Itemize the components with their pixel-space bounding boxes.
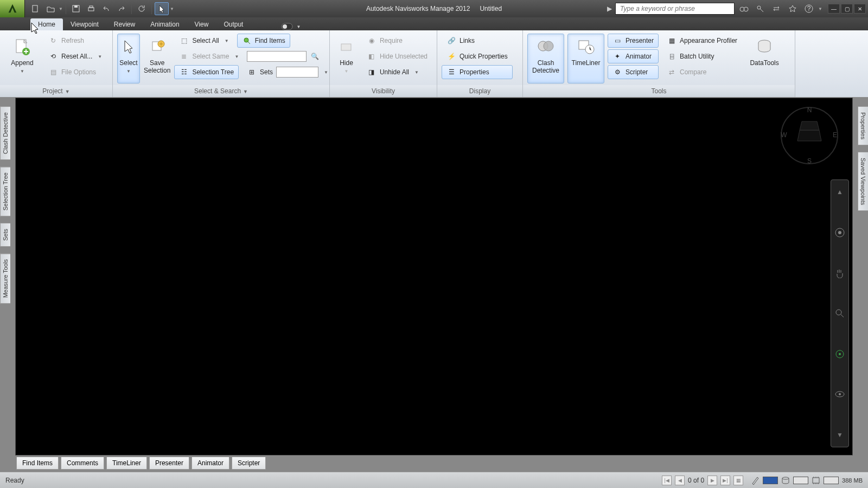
tab-view[interactable]: View xyxy=(187,18,216,30)
memory-icon[interactable] xyxy=(812,476,820,485)
selection-tree-button[interactable]: ☷Selection Tree xyxy=(174,65,239,79)
bottom-tab-presenter[interactable]: Presenter xyxy=(149,457,189,470)
app-menu-button[interactable] xyxy=(0,0,25,17)
select-mode-button[interactable] xyxy=(155,2,169,15)
tab-viewpoint[interactable]: Viewpoint xyxy=(63,18,106,30)
panel-visibility-toggle[interactable]: ▼ xyxy=(281,23,301,30)
viewcube-n[interactable]: N xyxy=(807,106,812,114)
panel-project-title[interactable]: Project▼ xyxy=(0,85,112,97)
batch-utility-button[interactable]: ⌸Batch Utility xyxy=(662,49,742,63)
redo-button[interactable] xyxy=(114,2,129,15)
bottom-tab-timeliner[interactable]: TimeLiner xyxy=(106,457,147,470)
refresh-qat-button[interactable] xyxy=(135,2,149,15)
scripter-icon: ⚙ xyxy=(612,67,622,77)
select-mode-dropdown-icon[interactable]: ▼ xyxy=(170,7,174,11)
scripter-button[interactable]: ⚙Scripter xyxy=(608,65,659,79)
save-selection-button[interactable]: Save Selection xyxy=(143,34,171,84)
viewcube[interactable]: N E S W xyxy=(780,106,839,165)
quick-access-toolbar: ▼ ▼ xyxy=(25,2,177,15)
clash-detective-button[interactable]: Clash Detective xyxy=(527,34,564,84)
links-button[interactable]: 🔗Links xyxy=(442,34,513,48)
star-icon xyxy=(788,4,797,13)
right-docked-panels: Properties Saved Viewpoints xyxy=(858,106,868,211)
hide-button[interactable]: Hide ▼ xyxy=(334,34,359,84)
save-button[interactable] xyxy=(69,2,83,15)
close-button[interactable]: ✕ xyxy=(854,4,866,14)
tab-output[interactable]: Output xyxy=(216,18,251,30)
dock-saved-viewpoints[interactable]: Saved Viewpoints xyxy=(858,152,868,211)
viewcube-w[interactable]: W xyxy=(781,131,787,139)
open-dropdown-icon[interactable]: ▼ xyxy=(59,7,63,11)
tab-home[interactable]: Home xyxy=(30,18,63,30)
select-button[interactable]: Select ▼ xyxy=(117,34,140,84)
subscription-button[interactable] xyxy=(753,2,767,15)
sets-dropdown[interactable]: ⊞Sets▼ xyxy=(242,65,330,79)
open-file-button[interactable] xyxy=(43,2,58,15)
infocenter-expand-icon[interactable]: ▶ xyxy=(605,5,613,12)
pager-next-button[interactable]: ▶ xyxy=(707,476,717,485)
select-same-button[interactable]: ≣Select Same▼ xyxy=(174,49,244,63)
new-file-button[interactable] xyxy=(28,2,42,15)
orbit-button[interactable] xyxy=(833,348,846,361)
pager-prev-button[interactable]: ◀ xyxy=(675,476,685,485)
pager-grid-button[interactable]: ▦ xyxy=(733,476,743,485)
maximize-button[interactable]: ▢ xyxy=(841,4,853,14)
quick-find-input[interactable] xyxy=(247,51,307,62)
datatools-button[interactable]: DataTools xyxy=(745,34,783,84)
nav-expand-icon[interactable]: ▲ xyxy=(833,185,846,198)
quick-properties-button[interactable]: ⚡Quick Properties xyxy=(442,49,513,63)
print-button[interactable] xyxy=(84,2,98,15)
dock-sets[interactable]: Sets xyxy=(0,223,10,247)
steering-wheel-button[interactable] xyxy=(833,226,846,239)
infocenter-search-input[interactable] xyxy=(615,3,735,15)
timeliner-button[interactable]: TimeLiner xyxy=(567,34,604,84)
selection-tree-label: Selection Tree xyxy=(192,68,234,76)
panel-select-search-title[interactable]: Select & Search▼ xyxy=(113,85,329,97)
pencil-draw-icon[interactable] xyxy=(751,476,760,485)
bottom-tab-animator[interactable]: Animator xyxy=(192,457,229,470)
tab-review[interactable]: Review xyxy=(106,18,143,30)
search-icon[interactable]: 🔍 xyxy=(310,52,320,61)
presenter-button[interactable]: ▭Presenter xyxy=(608,34,659,48)
search-button[interactable] xyxy=(737,2,751,15)
bottom-tab-find-items[interactable]: Find Items xyxy=(16,457,59,470)
exchange-button[interactable] xyxy=(769,2,783,15)
append-button[interactable]: Append ▼ xyxy=(4,34,40,84)
find-items-button[interactable]: Find Items xyxy=(237,34,290,48)
animator-button[interactable]: ✦Animator xyxy=(608,49,659,63)
reset-all-button[interactable]: ⟲Reset All...▼ xyxy=(43,49,107,63)
file-options-button[interactable]: ▤File Options xyxy=(43,65,107,79)
help-button[interactable]: ? xyxy=(802,2,816,15)
favorites-button[interactable] xyxy=(786,2,800,15)
undo-button[interactable] xyxy=(99,2,113,15)
nav-collapse-icon[interactable]: ▼ xyxy=(833,428,846,441)
dock-measure-tools[interactable]: Measure Tools xyxy=(0,253,10,304)
appearance-profiler-button[interactable]: ▦Appearance Profiler xyxy=(662,34,742,48)
look-button[interactable] xyxy=(833,388,846,401)
unhide-all-button[interactable]: ◨Unhide All▼ xyxy=(362,65,432,79)
sets-input[interactable] xyxy=(276,67,318,78)
compare-button[interactable]: ⇄Compare xyxy=(662,65,742,79)
select-all-button[interactable]: ⬚Select All▼ xyxy=(174,34,233,48)
dock-selection-tree[interactable]: Selection Tree xyxy=(0,166,10,216)
dock-clash-detective[interactable]: Clash Detective xyxy=(0,106,10,160)
help-dropdown-icon[interactable]: ▼ xyxy=(818,7,822,11)
tab-animation[interactable]: Animation xyxy=(143,18,187,30)
viewport[interactable]: N E S W ▲ ▼ xyxy=(15,98,853,455)
pan-button[interactable] xyxy=(833,266,846,279)
hide-unselected-button[interactable]: ◧Hide Unselected xyxy=(362,49,432,63)
disk-icon[interactable] xyxy=(781,476,790,485)
bottom-tab-comments[interactable]: Comments xyxy=(61,457,104,470)
pager-last-button[interactable]: ▶| xyxy=(720,476,730,485)
viewcube-e[interactable]: E xyxy=(833,131,837,139)
pager-first-button[interactable]: |◀ xyxy=(662,476,672,485)
refresh-button[interactable]: ↻Refresh xyxy=(43,34,107,48)
dock-properties[interactable]: Properties xyxy=(858,106,868,145)
properties-button[interactable]: ☰Properties xyxy=(442,65,513,79)
minimize-button[interactable]: — xyxy=(828,4,840,14)
require-button[interactable]: ◉Require xyxy=(362,34,432,48)
viewcube-s[interactable]: S xyxy=(807,157,812,165)
zoom-button[interactable] xyxy=(833,307,846,320)
bottom-tab-scripter[interactable]: Scripter xyxy=(232,457,266,470)
svg-point-29 xyxy=(836,310,841,315)
